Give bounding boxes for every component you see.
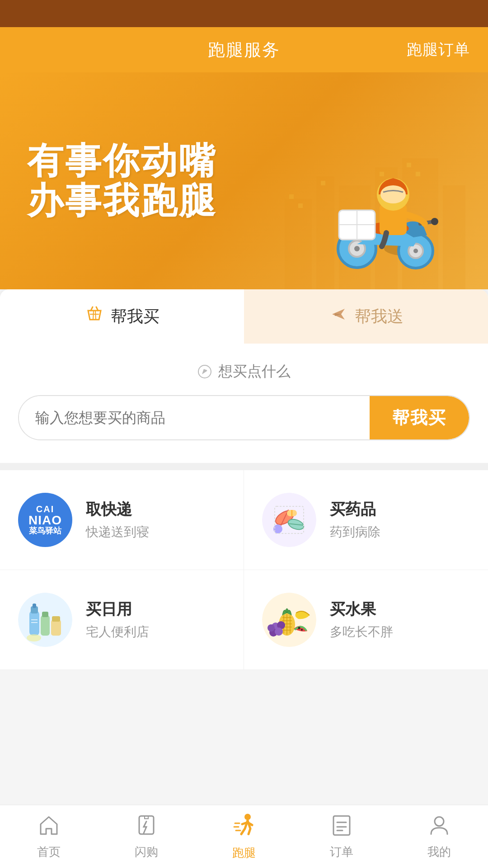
header-right-button[interactable]: 跑腿订单: [407, 39, 470, 60]
tab-send-label: 帮我送: [355, 306, 404, 328]
service-name-daily: 买日用: [86, 599, 149, 620]
search-button[interactable]: 帮我买: [370, 396, 469, 439]
fruit-icon: [262, 593, 316, 647]
nav-item-runner[interactable]: 跑腿: [195, 812, 293, 861]
search-label: 想买点什么: [18, 362, 470, 382]
svg-point-19: [413, 249, 418, 253]
service-desc-medicine: 药到病除: [330, 524, 380, 541]
service-info-medicine: 买药品 药到病除: [330, 499, 380, 541]
svg-point-28: [380, 185, 406, 203]
home-icon: [37, 813, 61, 840]
nav-label-runner: 跑腿: [232, 845, 256, 861]
bottom-spacer: [0, 670, 488, 742]
nav-label-order: 订单: [330, 844, 353, 860]
svg-line-31: [95, 311, 96, 320]
svg-rect-47: [33, 604, 36, 608]
service-name-fruit: 买水果: [330, 599, 393, 620]
order-icon: [330, 813, 353, 840]
banner: 有事你动嘴 办事我跑腿: [0, 72, 488, 289]
basket-icon: [84, 304, 104, 329]
send-icon: [328, 304, 348, 329]
svg-rect-77: [333, 816, 350, 835]
cainiao-icon: CAI NIAO 菜鸟驿站: [18, 493, 72, 547]
nav-label-flash: 闪购: [135, 844, 158, 860]
bottom-nav: 首页 闪购: [0, 805, 488, 868]
svg-point-65: [298, 627, 300, 629]
svg-point-52: [27, 634, 41, 642]
svg-rect-50: [51, 620, 61, 636]
service-item-express[interactable]: CAI NIAO 菜鸟驿站 取快递 快递送到寝: [0, 470, 244, 570]
banner-line1: 有事你动嘴: [27, 141, 217, 181]
service-info-fruit: 买水果 多吃长不胖: [330, 599, 393, 641]
search-bar: 帮我买: [18, 395, 470, 440]
service-name-medicine: 买药品: [330, 499, 380, 520]
svg-point-70: [275, 627, 283, 636]
svg-rect-6: [289, 194, 294, 199]
service-item-daily[interactable]: 买日用 宅人便利店: [0, 570, 244, 670]
daily-icon: [18, 593, 72, 647]
svg-point-42: [273, 524, 282, 533]
svg-point-21: [431, 218, 438, 225]
nav-label-mine: 我的: [427, 844, 451, 860]
tab-send[interactable]: 帮我送: [244, 289, 488, 344]
nav-item-flash[interactable]: 闪购: [98, 813, 195, 860]
service-info-express: 取快递 快递送到寝: [86, 499, 149, 541]
nav-label-home: 首页: [37, 844, 61, 860]
svg-point-71: [267, 624, 275, 632]
banner-rider-illustration: [316, 127, 470, 280]
pencil-icon: [197, 364, 212, 379]
service-item-fruit[interactable]: 买水果 多吃长不胖: [244, 570, 488, 670]
svg-rect-48: [41, 615, 50, 636]
svg-line-30: [93, 311, 94, 320]
tabs-container: 帮我买 帮我送: [0, 289, 488, 344]
svg-point-16: [354, 246, 360, 251]
flash-icon: [135, 813, 158, 840]
search-section: 想买点什么 帮我买: [0, 344, 488, 463]
mine-icon: [427, 813, 451, 840]
nav-item-mine[interactable]: 我的: [390, 813, 488, 860]
medicine-icon: [262, 493, 316, 547]
svg-rect-51: [52, 616, 60, 622]
tab-buy-label: 帮我买: [111, 306, 160, 328]
tab-buy[interactable]: 帮我买: [0, 289, 244, 344]
svg-rect-45: [29, 611, 39, 636]
svg-rect-7: [298, 203, 303, 208]
service-grid: CAI NIAO 菜鸟驿站 取快递 快递送到寝: [0, 470, 488, 670]
header-title: 跑腿服务: [208, 38, 280, 61]
banner-line2: 办事我跑腿: [27, 181, 217, 221]
nav-item-home[interactable]: 首页: [0, 813, 98, 860]
nav-item-order[interactable]: 订单: [293, 813, 390, 860]
section-divider: [0, 463, 488, 470]
search-input[interactable]: [19, 396, 370, 439]
status-bar: [0, 0, 488, 27]
service-desc-fruit: 多吃长不胖: [330, 623, 393, 641]
svg-point-66: [301, 629, 303, 631]
service-desc-daily: 宅人便利店: [86, 623, 149, 641]
service-item-medicine[interactable]: 买药品 药到病除: [244, 470, 488, 570]
service-info-daily: 买日用 宅人便利店: [86, 599, 149, 641]
service-desc-express: 快递送到寝: [86, 524, 149, 541]
runner-icon: [231, 812, 257, 841]
header: 跑腿服务 跑腿订单: [0, 27, 488, 72]
svg-point-81: [435, 817, 444, 826]
svg-rect-0: [285, 199, 312, 289]
svg-point-73: [244, 814, 251, 820]
banner-text: 有事你动嘴 办事我跑腿: [27, 141, 217, 221]
service-name-express: 取快递: [86, 499, 149, 520]
svg-rect-49: [42, 612, 48, 617]
